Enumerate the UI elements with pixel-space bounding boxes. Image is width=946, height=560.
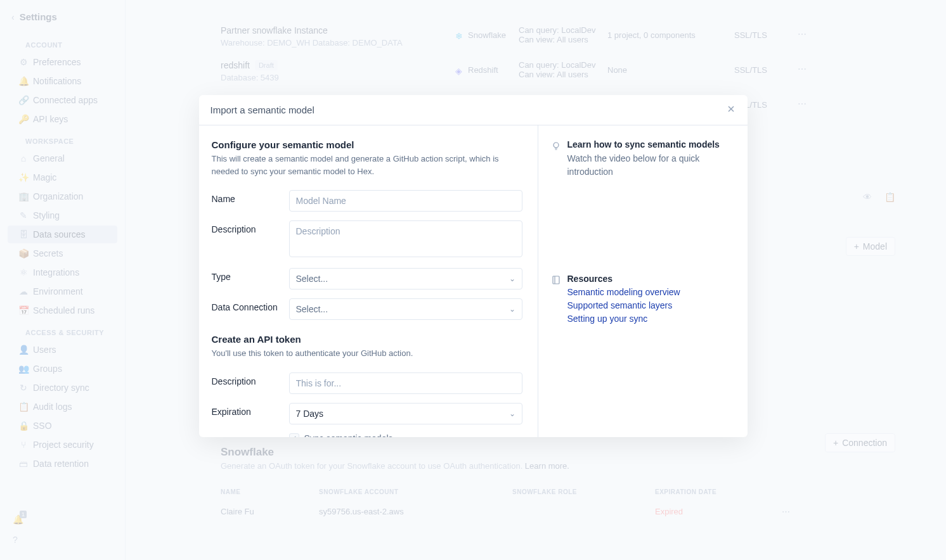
token-description-label: Description bbox=[212, 372, 289, 386]
data-connection-select[interactable]: Select... ⌄ bbox=[289, 298, 522, 320]
api-scope-label: API Scope bbox=[212, 433, 289, 438]
data-connection-label: Data Connection bbox=[212, 298, 289, 312]
api-desc: You'll use this token to authenticate yo… bbox=[212, 347, 522, 360]
expiration-label: Expiration bbox=[212, 403, 289, 417]
chevron-down-icon: ⌄ bbox=[509, 305, 515, 314]
scope-checkbox-label: Sync semantic models bbox=[304, 433, 393, 438]
import-semantic-model-dialog: Import a semantic model Configure your s… bbox=[199, 95, 748, 437]
lightbulb-icon bbox=[551, 139, 561, 179]
learn-title: Learn how to sync semantic models bbox=[567, 139, 735, 150]
configure-desc: This will create a semantic model and ge… bbox=[212, 153, 522, 177]
modal-sidebar: Learn how to sync semantic models Watch … bbox=[538, 125, 748, 437]
learn-desc: Watch the video below for a quick introd… bbox=[567, 152, 735, 179]
name-label: Name bbox=[212, 190, 289, 204]
resources-title: Resources bbox=[567, 274, 680, 284]
configure-heading: Configure your semantic model bbox=[212, 139, 522, 150]
type-select[interactable]: Select... ⌄ bbox=[289, 268, 522, 290]
resource-link-overview[interactable]: Semantic modeling overview bbox=[567, 287, 680, 297]
modal-title: Import a semantic model bbox=[211, 105, 314, 115]
chevron-down-icon: ⌄ bbox=[509, 274, 515, 283]
modal-overlay: Import a semantic model Configure your s… bbox=[0, 0, 946, 560]
name-input[interactable] bbox=[289, 190, 522, 212]
svg-rect-1 bbox=[553, 276, 559, 284]
book-icon bbox=[551, 274, 561, 324]
resource-link-layers[interactable]: Supported semantic layers bbox=[567, 300, 680, 310]
scope-checkbox[interactable]: ✓ bbox=[289, 433, 299, 438]
modal-form: Configure your semantic model This will … bbox=[199, 125, 538, 437]
close-icon[interactable] bbox=[726, 104, 736, 116]
select-value: Select... bbox=[296, 274, 328, 284]
resource-link-sync[interactable]: Setting up your sync bbox=[567, 314, 680, 324]
chevron-down-icon: ⌄ bbox=[509, 409, 515, 418]
select-value: 7 Days bbox=[296, 409, 324, 419]
description-input[interactable] bbox=[289, 220, 522, 257]
api-heading: Create an API token bbox=[212, 334, 522, 345]
svg-point-0 bbox=[554, 143, 559, 148]
select-value: Select... bbox=[296, 304, 328, 314]
type-label: Type bbox=[212, 268, 289, 282]
expiration-select[interactable]: 7 Days ⌄ bbox=[289, 403, 522, 424]
description-label: Description bbox=[212, 220, 289, 234]
token-description-input[interactable] bbox=[289, 372, 522, 394]
